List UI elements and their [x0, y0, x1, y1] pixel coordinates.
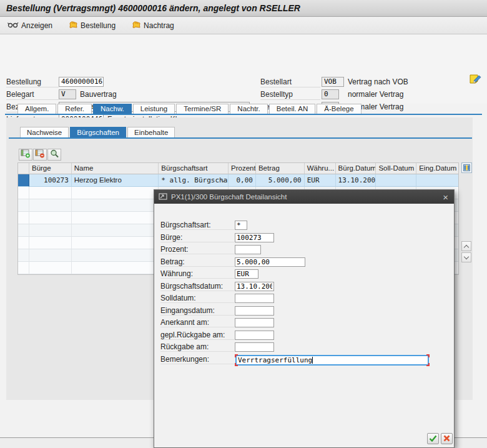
- grid-header-sel[interactable]: [18, 163, 29, 174]
- grid-header-row: Bürge Name Bürgschaftsart Prozent Betrag…: [18, 163, 458, 174]
- prozent-input[interactable]: [235, 245, 261, 254]
- grid-header-prozent[interactable]: Prozent: [229, 163, 256, 174]
- belegart-field-label: Belegart: [6, 90, 59, 100]
- bestellung-label: Bestellung: [81, 21, 116, 30]
- tab-termine-sr[interactable]: Termine/SR: [176, 104, 229, 114]
- buergschaftsdatum-input[interactable]: [235, 282, 274, 291]
- buerge-input[interactable]: [235, 233, 274, 242]
- grid-header-betrag[interactable]: Betrag: [256, 163, 305, 174]
- grid-header-eing-datum[interactable]: Eing.Datum: [416, 163, 458, 174]
- anzeigen-button[interactable]: Anzeigen: [5, 20, 55, 31]
- bestellung-field[interactable]: 4600000016: [59, 77, 104, 87]
- cell-prozent[interactable]: 0,00: [229, 174, 256, 187]
- bestellung-button[interactable]: Bestellung: [66, 19, 118, 32]
- tab-refer[interactable]: Refer.: [57, 104, 92, 114]
- grid-header-art[interactable]: Bürgschaftsart: [159, 163, 229, 174]
- belegart-field[interactable]: V: [59, 89, 76, 99]
- close-icon[interactable]: ×: [441, 192, 450, 202]
- detail-view-button[interactable]: [47, 149, 61, 161]
- nachtrag-button[interactable]: Nachtrag: [129, 19, 177, 32]
- grid-cell-empty: [29, 187, 72, 199]
- waehrung-input[interactable]: [235, 269, 258, 279]
- check-icon: [429, 433, 437, 444]
- note-edit-icon[interactable]: [468, 73, 482, 88]
- scroll-down-button[interactable]: [461, 252, 471, 262]
- scroll-up-button[interactable]: [461, 241, 471, 251]
- tab-ae-belege[interactable]: Ä-Belege: [317, 104, 361, 114]
- anerkannt-am-input[interactable]: [235, 318, 274, 327]
- buergschaftsart-label: Bürgschaftsart:: [160, 221, 234, 230]
- nachtrag-label: Nachtrag: [144, 21, 174, 30]
- application-toolbar: Anzeigen Bestellung Nachtrag: [0, 17, 487, 34]
- cancel-x-icon: [443, 433, 450, 444]
- cell-waehrung[interactable]: EUR: [305, 174, 336, 187]
- betrag-input[interactable]: [235, 257, 305, 267]
- confirm-button[interactable]: [427, 433, 439, 444]
- grid-cell-empty: [18, 199, 29, 212]
- grid-cell-empty: [72, 249, 159, 262]
- grid-header-name[interactable]: Name: [72, 163, 159, 174]
- tab-nachw[interactable]: Nachw.: [93, 104, 132, 114]
- bestelltyp-desc: normaler Vertrag: [348, 89, 403, 99]
- cell-name[interactable]: Herzog Elektro: [72, 174, 159, 187]
- grid-cell-empty: [29, 224, 72, 237]
- rueckgabe-am-input[interactable]: [235, 342, 274, 352]
- eingangsdatum-input[interactable]: [235, 306, 274, 316]
- delete-row-icon: [35, 149, 46, 161]
- focus-corner: [426, 363, 430, 366]
- grid-cell-empty: [18, 249, 29, 262]
- header-form: Bestellung 4600000016 Belegart V Bauvert…: [0, 34, 487, 104]
- dialog-titlebar[interactable]: PX1(1)/300 Bürgschaft Detailansicht ×: [154, 190, 454, 204]
- row-select-cell[interactable]: [18, 174, 29, 187]
- grid-header-buerg-datum[interactable]: Bürg.Datum: [336, 163, 376, 174]
- subtab-einbehalte[interactable]: Einbehalte: [127, 127, 175, 137]
- column-config-button[interactable]: [461, 162, 472, 173]
- doc-flag-icon: [69, 21, 78, 31]
- bemerkungen-label: Bemerkungen:: [160, 355, 234, 364]
- grid-cell-empty: [29, 199, 72, 212]
- grid-header-buerge[interactable]: Bürge: [29, 163, 72, 174]
- solldatum-input[interactable]: [235, 294, 274, 303]
- waehrung-label: Währung:: [160, 269, 234, 279]
- text-caret: [312, 357, 313, 364]
- belegart-desc: Bauvertrag: [80, 89, 117, 99]
- chevron-up-icon: [464, 244, 469, 249]
- cell-buerg-datum[interactable]: 13.10.2008: [336, 174, 376, 187]
- gepl-rueckgabe-am-input[interactable]: [235, 331, 274, 340]
- eingangsdatum-label: Eingangsdatum:: [160, 306, 234, 316]
- insert-row-button[interactable]: [19, 149, 32, 161]
- subtab-nachweise[interactable]: Nachweise: [20, 127, 69, 137]
- grid-toolbar: [19, 149, 61, 161]
- window-titlebar: Bestellung (Vertragsmngt) 4600000016 änd…: [0, 0, 487, 17]
- tab-nachtr[interactable]: Nachtr.: [230, 104, 267, 114]
- bestellung-field-label: Bestellung: [6, 77, 59, 87]
- main-tabstrip: Allgem. Refer. Nachw. Leistung Termine/S…: [17, 104, 362, 114]
- page-title: Bestellung (Vertragsmngt) 4600000016 änd…: [6, 3, 300, 13]
- grid-header-soll-datum[interactable]: Soll-Datum: [376, 163, 416, 174]
- tab-allgem[interactable]: Allgem.: [17, 104, 56, 114]
- grid-cell-empty: [72, 262, 159, 274]
- bestelltyp-field[interactable]: 0: [322, 89, 339, 99]
- bestelltyp-field-label: Bestelltyp: [260, 90, 320, 100]
- grid-header-waehrung[interactable]: Währu...: [305, 163, 336, 174]
- grid-cell-empty: [29, 262, 72, 274]
- bemerkungen-value: Verrtragserfüllung: [238, 356, 312, 364]
- cell-buergschaftsart-value: * allg. Bürgschaft: [161, 176, 229, 184]
- cell-betrag[interactable]: 5.000,00: [256, 174, 305, 187]
- tab-beteil-an[interactable]: Beteil. AN: [269, 104, 316, 114]
- buergschaftsart-input[interactable]: [235, 221, 247, 230]
- subtab-buergschaften[interactable]: Bürgschaften: [70, 127, 126, 137]
- cell-eing-datum[interactable]: [416, 174, 458, 187]
- grid-cell-empty: [18, 237, 29, 249]
- tab-leistung[interactable]: Leistung: [133, 104, 175, 114]
- cell-soll-datum[interactable]: [376, 174, 416, 187]
- cell-buerge[interactable]: 100273: [29, 174, 72, 187]
- delete-row-button[interactable]: [33, 149, 47, 161]
- grid-cell-empty: [18, 187, 29, 199]
- detail-magnifier-icon: [50, 149, 59, 161]
- cell-buergschaftsart-dropdown[interactable]: * allg. Bürgschaft: [159, 174, 229, 187]
- grid-row-selected[interactable]: 100273 Herzog Elektro * allg. Bürgschaft…: [18, 174, 458, 187]
- bestellart-field[interactable]: VOB: [322, 77, 344, 87]
- bemerkungen-input[interactable]: Verrtragserfüllung: [235, 355, 429, 366]
- cancel-button[interactable]: [441, 433, 453, 444]
